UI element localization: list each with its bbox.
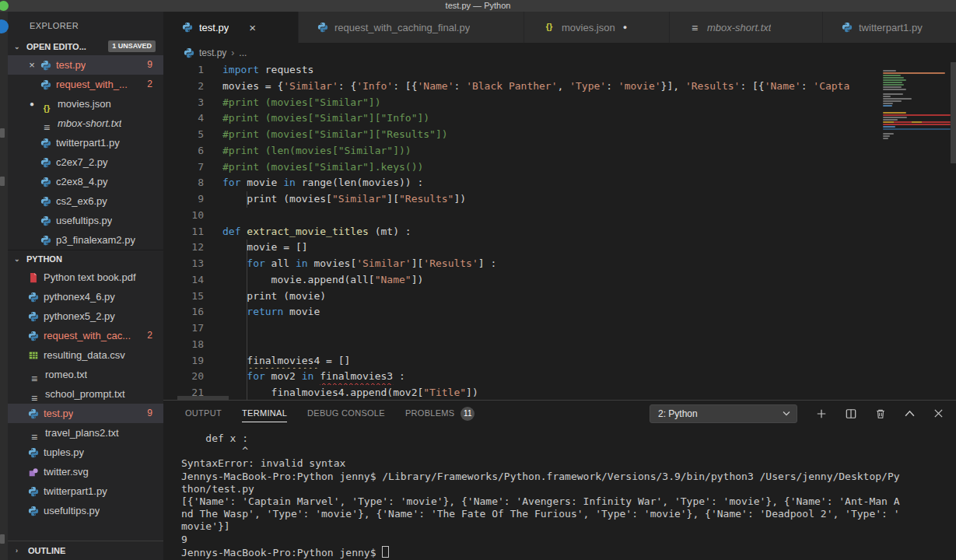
code-line[interactable]: 2movies = {'Similar': {'Info': [{'Name':… [163, 79, 956, 95]
panel-tab-output[interactable]: OUTPUT [185, 401, 222, 426]
file-name: school_prompt.txt [45, 384, 125, 404]
error-count-badge: 2 [147, 75, 152, 94]
file-name: usefultips.py [56, 211, 112, 230]
file-item[interactable]: request_with_cac...2 [8, 326, 163, 345]
code-line[interactable]: 20 for mov2 in finalmovies3 : [163, 369, 956, 385]
editor-tab-request_with_caching_final.py[interactable]: request_with_caching_final.py [299, 12, 524, 43]
python-icon [842, 22, 853, 33]
file-name: travel_plans2.txt [45, 423, 119, 443]
code-line[interactable]: 12 movie = [] [163, 240, 956, 256]
panel-tab-problems[interactable]: PROBLEMS11 [405, 401, 475, 426]
code-line[interactable]: 9 print (movies["Similar"]["Results"]) [163, 191, 956, 208]
code-line[interactable]: 13 for all in movies['Similar']['Results… [163, 256, 956, 272]
editor-tab-movies.json[interactable]: {}movies.json● [524, 12, 670, 43]
python-icon [28, 331, 39, 341]
file-item[interactable]: twitterpart1.py [8, 133, 163, 152]
code-line[interactable]: 17 [163, 320, 956, 337]
code-line[interactable]: 4#print (movies["Similar"]["Info"]) [163, 110, 956, 127]
file-item[interactable]: Python text book.pdf [8, 268, 163, 287]
code-editor[interactable]: 1import requests2movies = {'Similar': {'… [163, 62, 956, 401]
editor-tab-twitterpart1.py[interactable]: twitterpart1.py [823, 12, 956, 43]
file-item[interactable]: usefultips.py [8, 211, 163, 230]
breadcrumb-file[interactable]: test.py [199, 47, 226, 58]
outline-header[interactable]: › OUTLINE [8, 541, 163, 560]
window-title: test.py — Python [0, 1, 956, 10]
file-name: twitterpart1.py [56, 133, 120, 152]
python-icon [40, 138, 51, 149]
code-line[interactable]: 3#print (movies["Similar"]) [163, 95, 956, 111]
file-name: movies.json [58, 94, 111, 114]
file-item[interactable]: pythonex4_6.py [8, 287, 163, 306]
new-terminal-icon[interactable] [816, 408, 827, 419]
terminal-line: 9 [181, 534, 956, 546]
file-item[interactable]: cs2_ex6.py [8, 191, 163, 211]
code-line[interactable]: 8for movie in range(len(movies)) : [163, 175, 956, 191]
chevron-down-icon: ⌄ [14, 250, 20, 268]
minimap[interactable] [883, 70, 951, 194]
file-item[interactable]: twitter.svg [8, 462, 163, 481]
file-name: test.py [44, 404, 73, 423]
code-line[interactable]: 11def extract_movie_titles (mt) : [163, 224, 956, 240]
kill-terminal-trash-icon[interactable] [875, 408, 886, 419]
vscode-window: test.py — Python EXPLORER ⌄ OPEN EDITO..… [0, 0, 956, 560]
vertical-scrollbar[interactable] [951, 62, 956, 163]
breadcrumb-more[interactable]: ... [239, 47, 247, 58]
code-line[interactable]: 6#print (len(movies["Similar"])) [163, 143, 956, 159]
code-line[interactable]: 16 return movie [163, 304, 956, 320]
file-item[interactable]: ≡travel_plans2.txt [8, 423, 163, 443]
terminal-line: Jennys-MacBook-Pro:Python jenny$ /Librar… [181, 471, 956, 483]
close-icon[interactable]: × [249, 21, 256, 34]
file-name: Python text book.pdf [44, 268, 136, 287]
file-item[interactable]: tuples.py [8, 443, 163, 462]
python-icon [184, 47, 194, 58]
editor-area: test.py×request_with_caching_final.py{}m… [163, 12, 956, 401]
code-line[interactable]: 14 movie.append(all["Name"]) [163, 272, 956, 289]
terminal-line: ^ [181, 445, 956, 457]
terminal[interactable]: def x : ^SyntaxError: invalid syntaxJenn… [163, 426, 956, 560]
file-item[interactable]: ≡mbox-short.txt [8, 114, 163, 133]
activity-item-icon [0, 534, 5, 544]
code-line[interactable]: 19 finalmovies4 = [] [163, 353, 956, 369]
activity-bar[interactable] [0, 12, 8, 560]
editor-tab-test.py[interactable]: test.py× [163, 12, 299, 43]
file-item[interactable]: request_with_...2 [8, 75, 163, 94]
file-item[interactable]: ≡school_prompt.txt [8, 384, 163, 404]
python-icon [317, 22, 328, 33]
panel-header: OUTPUTTERMINALDEBUG CONSOLEPROBLEMS11 2:… [163, 401, 956, 426]
code-line[interactable]: 5#print (movies["Similar"]["Results"]) [163, 127, 956, 143]
file-item[interactable]: usefultips.py [8, 501, 163, 520]
code-line[interactable]: 1import requests [163, 62, 956, 79]
file-item[interactable]: c2ex8_4.py [8, 172, 163, 191]
svg-icon [28, 467, 39, 478]
panel-tab-debug-console[interactable]: DEBUG CONSOLE [307, 401, 385, 426]
maximize-panel-icon[interactable] [905, 410, 915, 417]
file-item[interactable]: twitterpart1.py [8, 481, 163, 501]
folder-header-python[interactable]: ⌄ PYTHON [8, 250, 163, 268]
file-item[interactable]: pythonex5_2.py [8, 306, 163, 326]
python-icon [40, 60, 51, 71]
file-name: mbox-short.txt [58, 114, 121, 133]
editor-tab-mbox-short.txt[interactable]: ≡mbox-short.txt [670, 12, 823, 43]
open-editors-header[interactable]: ⌄ OPEN EDITO... 1 UNSAVED [8, 38, 163, 55]
code-line[interactable]: 7#print (movies["Similar"].keys()) [163, 159, 956, 176]
file-item[interactable]: test.py9 [8, 404, 163, 423]
python-icon [28, 292, 39, 303]
title-bar[interactable]: test.py — Python [0, 0, 956, 12]
code-line[interactable]: 15 print (movie) [163, 289, 956, 305]
terminal-selector-dropdown[interactable]: 2: Python [650, 404, 797, 423]
split-terminal-icon[interactable] [846, 408, 856, 419]
breadcrumb[interactable]: test.py › ... [163, 43, 956, 62]
file-item[interactable]: resulting_data.csv [8, 345, 163, 365]
file-item[interactable]: p3_finalexam2.py [8, 230, 163, 250]
terminal-line: def x : [181, 432, 956, 445]
file-item[interactable]: ●{}movies.json [8, 94, 163, 114]
file-item[interactable]: ≡romeo.txt [8, 365, 163, 384]
code-line[interactable]: 18 [163, 337, 956, 353]
close-panel-icon[interactable] [933, 408, 944, 418]
close-icon[interactable]: × [23, 55, 40, 75]
code-line[interactable]: 10 [163, 208, 956, 224]
code-line[interactable]: 21 finalmovies4.append(mov2["Title"]) [163, 385, 956, 401]
panel-tab-terminal[interactable]: TERMINAL [242, 401, 287, 426]
file-item[interactable]: ×test.py9 [8, 55, 163, 75]
file-item[interactable]: c2ex7_2.py [8, 152, 163, 172]
